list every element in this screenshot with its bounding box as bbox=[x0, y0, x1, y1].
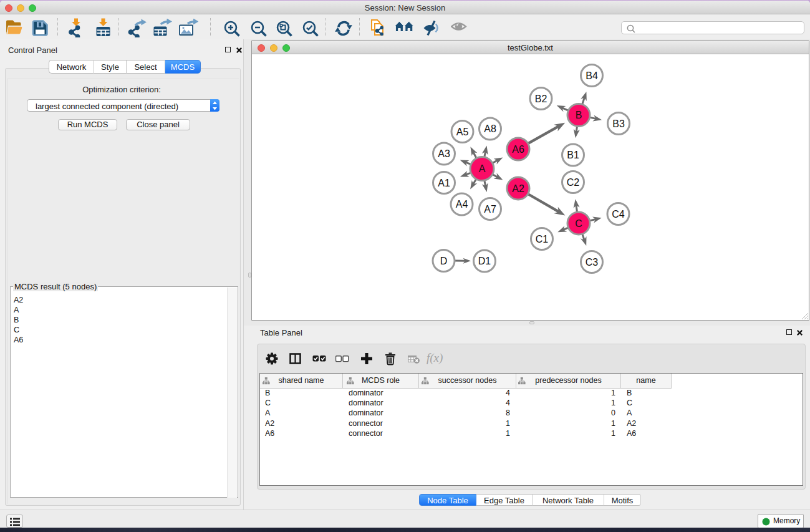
svg-text:B4: B4 bbox=[586, 70, 598, 81]
svg-text:C1: C1 bbox=[536, 234, 549, 244]
svg-text:C4: C4 bbox=[612, 209, 625, 220]
svg-text:C: C bbox=[575, 218, 582, 229]
svg-text:A6: A6 bbox=[512, 144, 524, 155]
svg-text:B3: B3 bbox=[612, 118, 625, 129]
svg-text:A8: A8 bbox=[484, 123, 496, 134]
svg-text:A2: A2 bbox=[512, 183, 524, 194]
svg-text:A5: A5 bbox=[456, 127, 469, 137]
svg-text:C3: C3 bbox=[586, 257, 599, 268]
svg-text:D: D bbox=[440, 256, 448, 266]
svg-text:C2: C2 bbox=[567, 177, 580, 188]
svg-text:A7: A7 bbox=[484, 204, 496, 215]
svg-text:A1: A1 bbox=[438, 178, 450, 188]
svg-text:A4: A4 bbox=[456, 199, 468, 210]
svg-text:A3: A3 bbox=[438, 148, 450, 159]
svg-text:B: B bbox=[576, 110, 582, 120]
svg-text:B1: B1 bbox=[567, 150, 579, 160]
svg-text:A: A bbox=[479, 163, 486, 174]
svg-text:B2: B2 bbox=[535, 94, 547, 104]
svg-text:D1: D1 bbox=[478, 256, 491, 266]
